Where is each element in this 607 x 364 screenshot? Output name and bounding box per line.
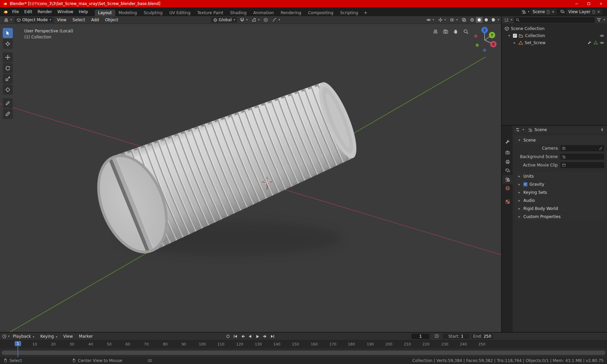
camera-view-icon[interactable] [443,29,449,34]
menu-file[interactable]: File [9,8,22,15]
use-preview-range-icon[interactable] [434,334,439,338]
navigation-gizmo[interactable]: Z Y X [470,25,499,54]
menu-view[interactable]: View [54,17,69,23]
shading-material-button[interactable] [483,17,490,23]
section-audio[interactable]: ▸ Audio [515,196,604,204]
frame-end-field[interactable]: End: 250 [471,334,493,339]
zoom-magnifier-icon[interactable] [463,29,469,34]
menu-select[interactable]: Select [70,17,88,23]
gizmo-neg-z-dot[interactable] [483,49,486,52]
tab-render[interactable] [502,148,513,157]
proportional-editing-toggle[interactable] [262,17,270,23]
play-reverse-button[interactable] [247,333,253,339]
workspace-tab-modeling[interactable]: Modeling [115,9,141,16]
outliner-row-collection[interactable]: ▾ ✓ Collection [502,32,607,39]
menu-add[interactable]: Add [88,17,102,23]
menu-keying[interactable]: Keying ▾ [37,333,60,340]
minimize-button[interactable] [571,0,583,7]
workspace-tab-scripting[interactable]: Scripting [337,9,362,16]
tool-rotate[interactable] [3,63,13,73]
background-scene-field[interactable] [560,154,604,160]
shading-wireframe-button[interactable] [469,17,475,23]
mesh-data-icon[interactable] [594,40,598,45]
timeline-scrollbar[interactable] [2,351,605,355]
xray-toggle[interactable] [460,17,468,23]
mode-dropdown[interactable]: Object Mode ▾ [14,17,54,23]
tab-tool[interactable] [502,137,513,146]
workspace-tab-shading[interactable]: Shading [227,9,250,16]
workspace-tab-uv-editing[interactable]: UV Editing [166,9,194,16]
prev-keyframe-button[interactable] [239,333,246,339]
pin-icon[interactable] [600,128,604,132]
scene-name-field[interactable]: Scene × [531,9,557,15]
menu-marker[interactable]: Marker [76,333,95,340]
snap-target-dropdown[interactable]: ▾ [250,17,261,23]
viewport-canvas[interactable] [0,24,501,332]
hide-eye-icon[interactable] [600,33,604,38]
hide-eye-icon[interactable] [600,40,604,45]
menu-object[interactable]: Object [102,17,121,23]
playhead-badge[interactable]: 1 [15,341,21,346]
workspace-tab-animation[interactable]: Animation [250,9,277,16]
tool-measure[interactable] [3,109,13,119]
new-view-layer-icon[interactable] [592,10,596,14]
expand-caret-icon[interactable]: ▸ [513,41,517,44]
jump-to-start-button[interactable] [232,333,238,339]
remove-view-layer-icon[interactable]: × [597,9,600,14]
timeline-ruler[interactable]: 10 20 30 40 50 60 70 80 90 100 110 120 1… [0,340,607,348]
tab-output[interactable] [502,157,513,166]
workspace-tab-texture-paint[interactable]: Texture Paint [194,9,227,16]
tool-transform[interactable] [3,85,13,95]
pan-hand-icon[interactable] [453,29,459,34]
workspace-tab-layout[interactable]: Layout [95,9,115,16]
scene-browse-icon[interactable] [521,9,526,14]
frame-start-field[interactable]: Start: 1 [442,334,469,339]
blender-menu-icon[interactable] [3,9,8,14]
gizmo-neg-x-dot[interactable] [474,35,478,38]
tool-cursor[interactable] [3,39,13,49]
menu-edit[interactable]: Edit [22,8,35,15]
shading-solid-button[interactable] [476,17,483,23]
outliner-editor-icon[interactable] [504,18,509,22]
view-layer-icon[interactable] [560,9,565,14]
playhead-line[interactable] [18,346,18,357]
menu-render[interactable]: Render [35,8,55,15]
section-rigid-body-world[interactable]: ▸ Rigid Body World [515,205,604,212]
tool-annotate[interactable] [3,98,13,108]
tool-select-box[interactable] [3,28,13,38]
workspace-tab-rendering[interactable]: Rendering [277,9,305,16]
menu-window[interactable]: Window [55,8,76,15]
view-layer-field[interactable]: View Layer × [566,9,602,15]
properties-editor-icon[interactable] [515,127,520,132]
menu-tl-view[interactable]: View [61,333,76,340]
timeline-editor-icon[interactable] [2,334,7,339]
filter-funnel-icon[interactable] [597,18,601,22]
new-scene-icon[interactable] [546,10,550,14]
camera-field[interactable] [560,145,604,151]
perspective-toggle-icon[interactable] [433,29,438,34]
section-custom-properties[interactable]: ▸ Custom Properties [515,213,604,220]
unlink-scene-icon[interactable]: × [551,9,555,14]
jump-to-end-button[interactable] [269,333,276,339]
tool-scale[interactable] [3,74,13,84]
section-keying-sets[interactable]: ▸ Keying Sets [515,188,604,196]
outliner-row-scene-collection[interactable]: Scene Collection [502,25,607,32]
play-button[interactable] [254,333,261,339]
overlays-dropdown[interactable]: ▾ [448,17,459,23]
auto-key-record-button[interactable] [225,333,231,339]
gravity-checkbox[interactable]: ✓ [523,182,527,186]
tab-texture[interactable] [502,197,513,206]
gizmos-dropdown[interactable]: ▾ [436,17,447,23]
visibility-dropdown[interactable]: ▾ [425,17,436,23]
shading-rendered-button[interactable] [490,17,497,23]
workspace-tab-compositing[interactable]: Compositing [305,9,337,16]
snap-toggle[interactable]: ▾ [238,17,249,23]
section-units[interactable]: ▸ Units [515,172,604,180]
maximize-button[interactable] [583,0,595,7]
menu-help[interactable]: Help [76,8,90,15]
close-button[interactable] [595,0,607,7]
tool-move[interactable] [3,52,13,62]
modifier-wrench-icon[interactable] [587,40,592,45]
active-movie-clip-field[interactable] [560,162,604,168]
proportional-falloff-dropdown[interactable]: ▾ [270,17,282,23]
